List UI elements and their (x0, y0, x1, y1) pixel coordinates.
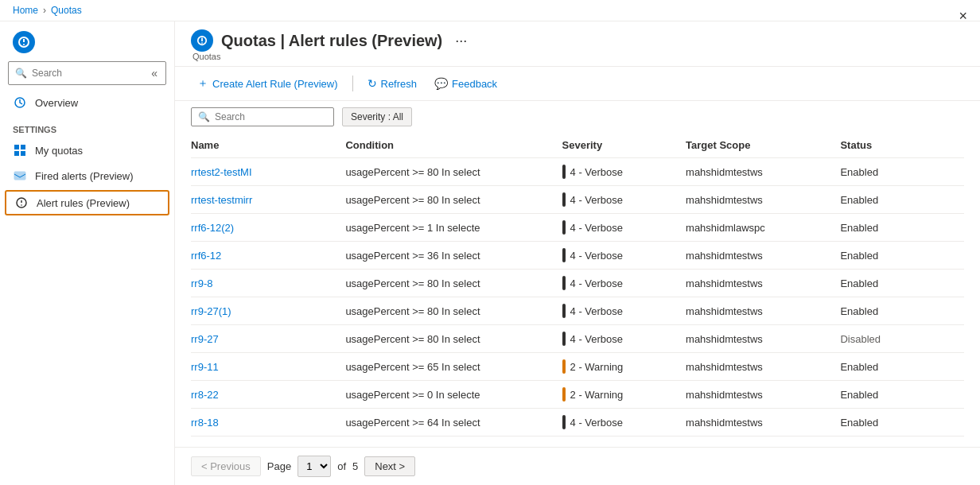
target-scope-cell: mahshidmtestws (686, 242, 840, 270)
breadcrumb: Home › Quotas × (0, 0, 980, 21)
alert-rule-link[interactable]: rr9-8 (191, 277, 212, 289)
fired-alerts-label: Fired alerts (Preview) (35, 170, 134, 182)
severity-cell: 2 - Warning (562, 353, 686, 381)
feedback-icon: 💬 (434, 77, 448, 90)
filter-search-container: 🔍 (191, 107, 334, 126)
status-cell: Enabled (840, 297, 964, 325)
table-row: rrf6-12usagePercent >= 36 In select4 - V… (191, 242, 964, 270)
status-cell: Enabled (840, 214, 964, 242)
table-row: rr8-18usagePercent >= 64 In select4 - Ve… (191, 409, 964, 436)
prev-page-button[interactable]: < Previous (191, 456, 261, 476)
condition-cell: usagePercent >= 1 In selecte (345, 214, 562, 242)
filter-search-input[interactable] (215, 111, 327, 122)
severity-cell: 4 - Verbose (562, 186, 686, 214)
alert-rule-link[interactable]: rr8-22 (191, 389, 219, 401)
alert-rule-link[interactable]: rr9-11 (191, 361, 219, 373)
severity-text: 4 - Verbose (570, 250, 624, 262)
sidebar-item-my-quotas[interactable]: My quotas (0, 138, 174, 163)
alert-rule-link[interactable]: rrf6-12 (191, 250, 221, 262)
sidebar-overview[interactable]: Overview (0, 90, 174, 115)
col-condition: Condition (345, 133, 562, 158)
search-icon: 🔍 (15, 68, 27, 79)
feedback-label: Feedback (452, 78, 497, 90)
breadcrumb-home[interactable]: Home (13, 5, 38, 16)
settings-section-label: Settings (0, 115, 174, 138)
target-scope-cell: mahshidmlawspc (686, 214, 840, 242)
col-status: Status (840, 133, 964, 158)
alert-rule-link[interactable]: rr9-27(1) (191, 305, 231, 317)
table-row: rr9-8usagePercent >= 80 In select4 - Ver… (191, 270, 964, 297)
table-row: rr8-22usagePercent >= 0 In selecte2 - Wa… (191, 381, 964, 409)
svg-rect-4 (14, 145, 19, 149)
of-label: of (337, 460, 346, 472)
sidebar-item-alert-rules[interactable]: Alert rules (Preview) (5, 190, 169, 215)
total-pages: 5 (352, 460, 358, 472)
sidebar: 🔍 « Overview Settings My quotas (0, 21, 175, 485)
severity-text: 4 - Verbose (570, 417, 624, 429)
severity-text: 4 - Verbose (570, 194, 624, 206)
target-scope-cell: mahshidmtestws (686, 186, 840, 214)
refresh-label: Refresh (381, 78, 418, 90)
table-row: rrtest2-testMIusagePercent >= 80 In sele… (191, 158, 964, 186)
table-row: rrf6-12(2)usagePercent >= 1 In selecte4 … (191, 214, 964, 242)
alert-rule-link[interactable]: rrf6-12(2) (191, 222, 234, 234)
table-row: rr9-27(1)usagePercent >= 80 In select4 -… (191, 297, 964, 325)
quotas-icon (13, 31, 35, 53)
feedback-button[interactable]: 💬 Feedback (428, 74, 504, 93)
severity-cell: 2 - Warning (562, 381, 686, 409)
severity-cell: 4 - Verbose (562, 242, 686, 270)
status-cell: Disabled (840, 325, 964, 353)
severity-cell: 4 - Verbose (562, 325, 686, 353)
severity-text: 2 - Warning (570, 389, 624, 401)
alert-rules-label: Alert rules (Preview) (37, 197, 130, 209)
breadcrumb-sep: › (43, 5, 46, 16)
table-row: rr9-27usagePercent >= 80 In select4 - Ve… (191, 325, 964, 353)
condition-cell: usagePercent >= 80 In select (345, 325, 562, 353)
refresh-button[interactable]: ↻ Refresh (361, 74, 424, 93)
main-panel: Quotas | Alert rules (Preview) ··· Quota… (175, 21, 980, 485)
svg-point-11 (21, 204, 22, 206)
sidebar-collapse-button[interactable]: « (150, 65, 159, 81)
severity-cell: 4 - Verbose (562, 270, 686, 297)
svg-rect-5 (21, 145, 25, 149)
pagination: < Previous Page 1 2 3 4 5 of 5 Next > (175, 447, 980, 485)
next-page-button[interactable]: Next > (364, 456, 415, 476)
severity-text: 4 - Verbose (570, 277, 624, 289)
svg-point-14 (201, 42, 203, 44)
page-icon (191, 29, 213, 52)
alert-rule-link[interactable]: rr9-27 (191, 333, 219, 345)
svg-rect-7 (21, 151, 25, 156)
sidebar-item-fired-alerts[interactable]: Fired alerts (Preview) (0, 163, 174, 188)
create-alert-rule-button[interactable]: ＋ Create Alert Rule (Preview) (191, 73, 344, 94)
severity-cell: 4 - Verbose (562, 409, 686, 436)
severity-filter-button[interactable]: Severity : All (342, 107, 412, 126)
table-container: Name Condition Severity Target Scope Sta… (175, 133, 980, 447)
plus-icon: ＋ (197, 76, 208, 91)
my-quotas-icon (13, 143, 27, 157)
severity-text: 4 - Verbose (570, 166, 624, 178)
severity-text: 4 - Verbose (570, 222, 624, 234)
status-cell: Enabled (840, 158, 964, 186)
my-quotas-label: My quotas (35, 145, 83, 157)
more-options-button[interactable]: ··· (450, 31, 472, 51)
breadcrumb-quotas[interactable]: Quotas (51, 5, 82, 16)
svg-point-2 (23, 44, 25, 45)
target-scope-cell: mahshidmtestws (686, 158, 840, 186)
severity-cell: 4 - Verbose (562, 158, 686, 186)
page-select[interactable]: 1 2 3 4 5 (298, 456, 331, 477)
sidebar-search-input[interactable] (32, 68, 145, 79)
page-label: Page (267, 460, 291, 472)
refresh-icon: ↻ (368, 77, 377, 90)
condition-cell: usagePercent >= 0 In selecte (345, 381, 562, 409)
condition-cell: usagePercent >= 80 In select (345, 270, 562, 297)
target-scope-cell: mahshidmtestws (686, 270, 840, 297)
alert-rule-link[interactable]: rrtest2-testMI (191, 166, 252, 178)
target-scope-cell: mahshidmtestws (686, 409, 840, 436)
alert-rule-link[interactable]: rrtest-testmirr (191, 194, 252, 206)
close-button[interactable]: × (959, 8, 967, 25)
toolbar-divider (352, 76, 353, 91)
overview-label: Overview (35, 97, 78, 109)
target-scope-cell: mahshidmtestws (686, 381, 840, 409)
alert-rule-link[interactable]: rr8-18 (191, 417, 219, 429)
table-row: rr9-11usagePercent >= 65 In select2 - Wa… (191, 353, 964, 381)
